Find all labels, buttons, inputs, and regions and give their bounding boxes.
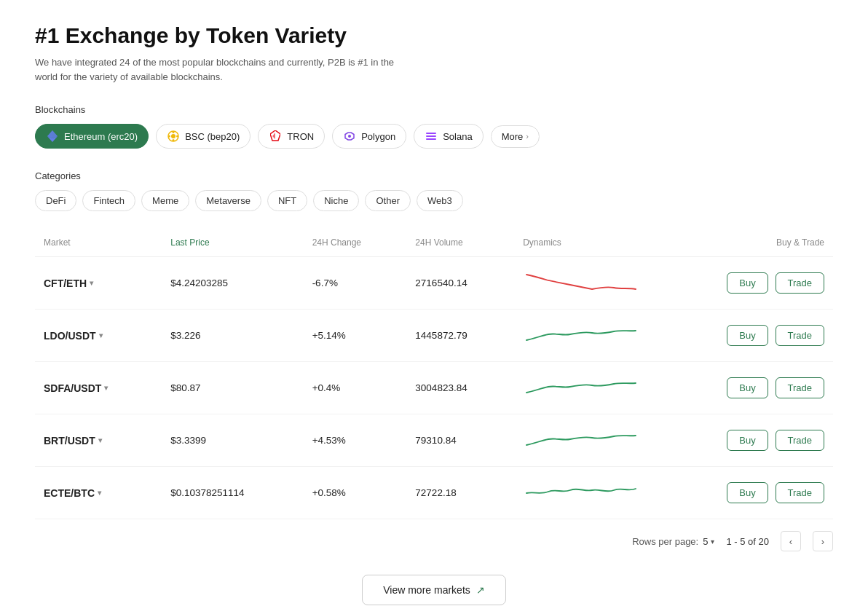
actions-cell: Buy Trade — [648, 257, 833, 310]
next-page-button[interactable]: › — [813, 531, 833, 551]
trade-button[interactable]: Trade — [776, 430, 824, 451]
change-cell: +4.53% — [304, 414, 407, 467]
blockchain-pill-bsc[interactable]: BSC (bep20) — [156, 124, 250, 149]
pagination-row: Rows per page: 5 ▾ 1 - 5 of 20 ‹ › — [35, 531, 833, 551]
bsc-icon — [167, 130, 180, 143]
ethereum-icon — [46, 130, 59, 143]
category-pill-fintech[interactable]: Fintech — [82, 190, 135, 211]
trade-button[interactable]: Trade — [776, 377, 824, 398]
trade-button[interactable]: Trade — [776, 325, 824, 346]
blockchain-pill-polygon[interactable]: Polygon — [332, 124, 406, 149]
actions-cell: Buy Trade — [648, 414, 833, 467]
dynamics-cell — [514, 257, 648, 310]
table-row: BRT/USDT ▾$3.3399+4.53%79310.84 Buy Trad… — [35, 414, 833, 467]
prev-page-button[interactable]: ‹ — [781, 531, 801, 551]
market-pair-cell: LDO/USDT ▾ — [35, 310, 162, 362]
col-market: Market — [35, 232, 162, 257]
category-pill-defi[interactable]: DeFi — [35, 190, 76, 211]
price-cell: $4.24203285 — [162, 257, 303, 310]
col-last-price: Last Price — [162, 232, 303, 257]
chevron-down-icon: ▾ — [98, 489, 101, 497]
more-label: More — [502, 131, 524, 142]
buy-button[interactable]: Buy — [727, 325, 768, 346]
price-cell: $80.87 — [162, 362, 303, 414]
buy-button[interactable]: Buy — [727, 482, 768, 503]
svg-marker-3 — [52, 130, 58, 138]
pair-label: SDFA/USDT — [44, 382, 101, 394]
svg-point-9 — [176, 135, 178, 138]
categories-row: DeFi Fintech Meme Metaverse NFT Niche Ot… — [35, 190, 833, 211]
category-pill-niche[interactable]: Niche — [313, 190, 359, 211]
col-change: 24H Change — [304, 232, 407, 257]
buy-button[interactable]: Buy — [727, 272, 768, 294]
blockchain-pill-tron-label: TRON — [287, 131, 314, 142]
tron-icon — [269, 130, 282, 143]
arrow-right-icon: ↗ — [476, 584, 485, 596]
volume-cell: 2716540.14 — [406, 257, 514, 310]
volume-cell: 72722.18 — [406, 467, 514, 519]
rows-per-page: Rows per page: 5 ▾ — [632, 536, 714, 547]
category-pill-other[interactable]: Other — [365, 190, 411, 211]
chevron-down-icon: ▾ — [104, 384, 108, 392]
blockchain-pill-solana-label: Solana — [443, 131, 472, 142]
rows-per-page-value: 5 — [703, 536, 708, 547]
col-dynamics: Dynamics — [514, 232, 648, 257]
blockchain-pill-ethereum[interactable]: Ethereum (erc20) — [35, 124, 149, 149]
svg-point-6 — [173, 131, 175, 133]
market-pair[interactable]: BRT/USDT ▾ — [44, 435, 153, 446]
blockchains-label: Blockchains — [35, 104, 833, 115]
volume-cell: 79310.84 — [406, 414, 514, 467]
svg-point-8 — [168, 135, 170, 138]
market-pair-cell: SDFA/USDT ▾ — [35, 362, 162, 414]
change-cell: +5.14% — [304, 310, 407, 362]
actions-cell: Buy Trade — [648, 310, 833, 362]
view-more-markets-button[interactable]: View more markets ↗ — [362, 575, 506, 605]
svg-point-12 — [348, 135, 351, 138]
table-row: ECTE/BTC ▾$0.10378251114+0.58%72722.18 B… — [35, 467, 833, 519]
col-actions: Buy & Trade — [648, 232, 833, 257]
page-title: #1 Exchange by Token Variety — [35, 23, 833, 48]
svg-point-7 — [173, 139, 175, 141]
market-pair[interactable]: LDO/USDT ▾ — [44, 330, 153, 342]
view-more-label: View more markets — [383, 584, 470, 596]
market-pair[interactable]: CFT/ETH ▾ — [44, 278, 153, 289]
categories-section: Categories DeFi Fintech Meme Metaverse N… — [35, 170, 833, 211]
category-pill-web3[interactable]: Web3 — [417, 190, 463, 211]
pair-label: CFT/ETH — [44, 278, 87, 289]
svg-marker-11 — [272, 133, 275, 139]
buy-button[interactable]: Buy — [727, 430, 768, 451]
chevron-down-icon: ▾ — [98, 436, 102, 444]
category-pill-metaverse[interactable]: Metaverse — [195, 190, 261, 211]
blockchain-filter-row: Ethereum (erc20) BSC (bep20) TRON — [35, 124, 833, 149]
svg-marker-2 — [47, 130, 52, 138]
rows-per-page-label: Rows per page: — [632, 536, 698, 547]
blockchain-pill-tron[interactable]: TRON — [258, 124, 325, 149]
buy-button[interactable]: Buy — [727, 377, 768, 398]
volume-cell: 1445872.79 — [406, 310, 514, 362]
blockchain-pill-solana[interactable]: Solana — [414, 124, 483, 149]
dynamics-cell — [514, 414, 648, 467]
market-pair-cell: CFT/ETH ▾ — [35, 257, 162, 310]
category-pill-meme[interactable]: Meme — [141, 190, 189, 211]
blockchain-more-button[interactable]: More › — [491, 125, 540, 148]
price-cell: $3.3399 — [162, 414, 303, 467]
volume-cell: 3004823.84 — [406, 362, 514, 414]
trade-button[interactable]: Trade — [776, 272, 824, 294]
market-pair-cell: ECTE/BTC ▾ — [35, 467, 162, 519]
table-row: SDFA/USDT ▾$80.87+0.4%3004823.84 Buy Tra… — [35, 362, 833, 414]
solana-icon — [425, 130, 438, 143]
col-volume: 24H Volume — [406, 232, 514, 257]
category-pill-nft[interactable]: NFT — [267, 190, 307, 211]
chevron-down-icon: ▾ — [90, 279, 93, 287]
svg-point-5 — [171, 134, 175, 138]
market-pair[interactable]: ECTE/BTC ▾ — [44, 487, 153, 499]
view-more-wrapper: View more markets ↗ — [35, 575, 833, 605]
change-cell: +0.58% — [304, 467, 407, 519]
blockchain-pill-polygon-label: Polygon — [361, 131, 395, 142]
change-cell: +0.4% — [304, 362, 407, 414]
dynamics-cell — [514, 310, 648, 362]
price-cell: $0.10378251114 — [162, 467, 303, 519]
trade-button[interactable]: Trade — [776, 482, 824, 503]
rows-per-page-select[interactable]: 5 ▾ — [703, 536, 714, 547]
market-pair[interactable]: SDFA/USDT ▾ — [44, 382, 153, 394]
